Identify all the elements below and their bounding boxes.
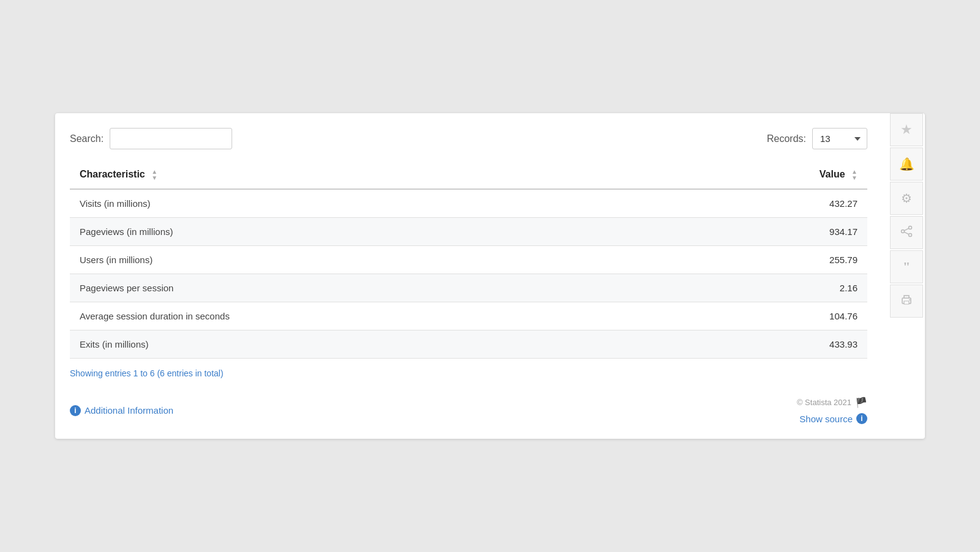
footer-right: © Statista 2021 🏴 Show source i bbox=[797, 397, 867, 424]
value-cell: 104.76 bbox=[665, 302, 867, 330]
bell-button[interactable]: 🔔 bbox=[890, 147, 923, 181]
characteristic-sort-arrows[interactable]: ▲▼ bbox=[151, 169, 157, 181]
characteristic-header[interactable]: Characteristic ▲▼ bbox=[70, 162, 665, 189]
printer-button[interactable] bbox=[890, 285, 923, 318]
additional-info-link[interactable]: i Additional Information bbox=[70, 405, 173, 416]
svg-point-7 bbox=[909, 299, 910, 300]
value-header[interactable]: Value ▲▼ bbox=[665, 162, 867, 189]
widget-container: ★ 🔔 ⚙ " bbox=[55, 113, 925, 439]
table-header-row: Characteristic ▲▼ Value ▲▼ bbox=[70, 162, 867, 189]
svg-line-4 bbox=[904, 232, 908, 234]
table-row: Average session duration in seconds104.7… bbox=[70, 302, 867, 330]
show-source-link[interactable]: Show source i bbox=[799, 413, 867, 424]
search-label: Search: bbox=[70, 133, 104, 144]
value-cell: 432.27 bbox=[665, 189, 867, 218]
printer-icon bbox=[900, 294, 913, 309]
star-button[interactable]: ★ bbox=[890, 113, 923, 146]
data-table: Characteristic ▲▼ Value ▲▼ Visits (in mi… bbox=[70, 162, 867, 359]
bell-icon: 🔔 bbox=[899, 157, 914, 171]
svg-point-2 bbox=[902, 229, 905, 233]
value-cell: 2.16 bbox=[665, 274, 867, 302]
records-select[interactable]: 10 13 25 50 100 bbox=[812, 128, 867, 149]
sidebar-icons: ★ 🔔 ⚙ " bbox=[888, 113, 925, 319]
svg-point-1 bbox=[909, 233, 912, 236]
quote-button[interactable]: " bbox=[890, 250, 923, 283]
additional-info-label: Additional Information bbox=[85, 405, 173, 416]
characteristic-cell: Average session duration in seconds bbox=[70, 302, 665, 330]
characteristic-cell: Visits (in millions) bbox=[70, 189, 665, 218]
svg-point-0 bbox=[909, 226, 912, 229]
table-row: Users (in millions)255.79 bbox=[70, 246, 867, 274]
characteristic-cell: Exits (in millions) bbox=[70, 330, 665, 359]
flag-icon: 🏴 bbox=[855, 397, 867, 408]
gear-icon: ⚙ bbox=[901, 191, 912, 206]
characteristic-cell: Users (in millions) bbox=[70, 246, 665, 274]
header-row: Search: Records: 10 13 25 50 100 bbox=[70, 128, 910, 149]
table-row: Pageviews per session2.16 bbox=[70, 274, 867, 302]
value-cell: 934.17 bbox=[665, 218, 867, 246]
value-sort-arrows[interactable]: ▲▼ bbox=[851, 169, 858, 181]
value-header-label: Value bbox=[820, 169, 845, 179]
records-area: Records: 10 13 25 50 100 bbox=[767, 128, 867, 149]
characteristic-cell: Pageviews (in millions) bbox=[70, 218, 665, 246]
characteristic-cell: Pageviews per session bbox=[70, 274, 665, 302]
quote-icon: " bbox=[903, 260, 910, 274]
table-row: Pageviews (in millions)934.17 bbox=[70, 218, 867, 246]
table-row: Exits (in millions)433.93 bbox=[70, 330, 867, 359]
additional-info-icon: i bbox=[70, 405, 81, 416]
share-button[interactable] bbox=[890, 216, 923, 249]
value-cell: 433.93 bbox=[665, 330, 867, 359]
value-cell: 255.79 bbox=[665, 246, 867, 274]
bottom-links-row: i Additional Information © Statista 2021… bbox=[70, 397, 910, 424]
records-label: Records: bbox=[767, 133, 806, 144]
table-body: Visits (in millions)432.27Pageviews (in … bbox=[70, 189, 867, 359]
characteristic-header-label: Characteristic bbox=[80, 169, 145, 179]
statista-credit-text: © Statista 2021 bbox=[797, 398, 851, 407]
show-source-label: Show source bbox=[799, 414, 853, 424]
entries-text: Showing entries 1 to 6 (6 entries in tot… bbox=[70, 368, 910, 378]
table-row: Visits (in millions)432.27 bbox=[70, 189, 867, 218]
gear-button[interactable]: ⚙ bbox=[890, 182, 923, 215]
star-icon: ★ bbox=[900, 122, 913, 138]
statista-credit: © Statista 2021 🏴 bbox=[797, 397, 867, 408]
search-input[interactable] bbox=[110, 128, 232, 149]
svg-line-3 bbox=[904, 228, 908, 231]
svg-rect-6 bbox=[904, 301, 909, 304]
share-icon bbox=[900, 225, 913, 241]
show-source-icon: i bbox=[856, 413, 867, 424]
